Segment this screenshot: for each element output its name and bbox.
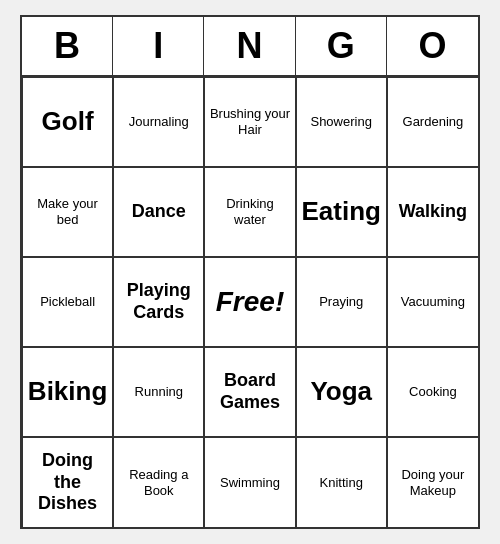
cell-0-3: Showering [296, 77, 387, 167]
cell-2-2: Free! [204, 257, 295, 347]
cell-text-2-2: Free! [216, 285, 284, 319]
header-letter-O: O [387, 17, 478, 75]
cell-text-0-0: Golf [42, 106, 94, 137]
cell-text-4-1: Reading a Book [118, 467, 199, 498]
cell-text-1-2: Drinking water [209, 196, 290, 227]
cell-1-0: Make your bed [22, 167, 113, 257]
cell-text-1-0: Make your bed [27, 196, 108, 227]
cell-3-3: Yoga [296, 347, 387, 437]
cell-4-3: Knitting [296, 437, 387, 527]
cell-1-1: Dance [113, 167, 204, 257]
cell-text-1-1: Dance [132, 201, 186, 223]
header-letter-I: I [113, 17, 204, 75]
cell-0-2: Brushing your Hair [204, 77, 295, 167]
cell-2-3: Praying [296, 257, 387, 347]
cell-text-3-3: Yoga [310, 376, 372, 407]
bingo-card: BINGO GolfJournalingBrushing your HairSh… [20, 15, 480, 529]
cell-text-2-3: Praying [319, 294, 363, 310]
cell-text-1-4: Walking [399, 201, 467, 223]
cell-text-3-4: Cooking [409, 384, 457, 400]
cell-4-0: Doing the Dishes [22, 437, 113, 527]
cell-0-4: Gardening [387, 77, 478, 167]
header-letter-B: B [22, 17, 113, 75]
cell-2-4: Vacuuming [387, 257, 478, 347]
cell-text-0-2: Brushing your Hair [209, 106, 290, 137]
cell-1-2: Drinking water [204, 167, 295, 257]
cell-text-4-2: Swimming [220, 475, 280, 491]
cell-3-4: Cooking [387, 347, 478, 437]
cell-text-3-1: Running [135, 384, 183, 400]
cell-text-2-1: Playing Cards [118, 280, 199, 323]
cell-3-2: Board Games [204, 347, 295, 437]
cell-0-1: Journaling [113, 77, 204, 167]
cell-1-3: Eating [296, 167, 387, 257]
cell-text-4-0: Doing the Dishes [27, 450, 108, 515]
cell-1-4: Walking [387, 167, 478, 257]
cell-4-4: Doing your Makeup [387, 437, 478, 527]
bingo-grid: GolfJournalingBrushing your HairShowerin… [22, 77, 478, 527]
cell-3-1: Running [113, 347, 204, 437]
cell-4-1: Reading a Book [113, 437, 204, 527]
header-letter-N: N [204, 17, 295, 75]
cell-text-2-4: Vacuuming [401, 294, 465, 310]
cell-text-2-0: Pickleball [40, 294, 95, 310]
cell-text-0-3: Showering [310, 114, 371, 130]
header-letter-G: G [296, 17, 387, 75]
cell-text-4-4: Doing your Makeup [392, 467, 474, 498]
bingo-header: BINGO [22, 17, 478, 77]
cell-text-4-3: Knitting [320, 475, 363, 491]
cell-2-0: Pickleball [22, 257, 113, 347]
cell-text-0-1: Journaling [129, 114, 189, 130]
cell-3-0: Biking [22, 347, 113, 437]
cell-2-1: Playing Cards [113, 257, 204, 347]
cell-0-0: Golf [22, 77, 113, 167]
cell-text-3-0: Biking [28, 376, 107, 407]
cell-text-0-4: Gardening [403, 114, 464, 130]
cell-4-2: Swimming [204, 437, 295, 527]
cell-text-3-2: Board Games [209, 370, 290, 413]
cell-text-1-3: Eating [301, 196, 380, 227]
